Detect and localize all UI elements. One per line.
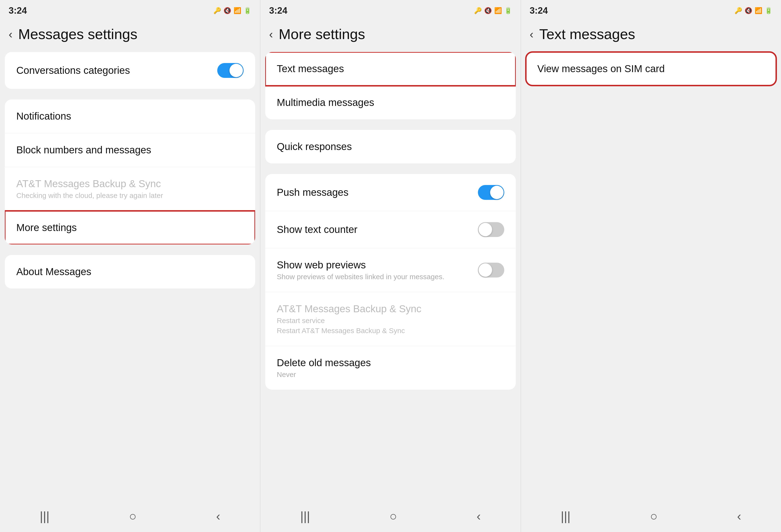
wifi-icon: 📶 bbox=[494, 7, 502, 14]
setting-sublabel: Never bbox=[277, 370, 504, 379]
content-area: Text messagesMultimedia messagesQuick re… bbox=[260, 47, 520, 502]
setting-row-text: Push messages bbox=[277, 187, 478, 198]
setting-row-text: Block numbers and messages bbox=[16, 144, 244, 156]
status-time: 3:24 bbox=[9, 5, 27, 16]
setting-row-about-messages[interactable]: About Messages bbox=[5, 255, 255, 289]
back-nav[interactable]: ‹ bbox=[477, 509, 481, 523]
setting-row-push-messages[interactable]: Push messages bbox=[265, 174, 516, 211]
status-bar: 3:24 🔑 🔇 📶 🔋 bbox=[0, 0, 260, 19]
nav-bar: |||○‹ bbox=[260, 502, 520, 532]
back-nav[interactable]: ‹ bbox=[737, 509, 741, 523]
setting-row-text: Show web previewsShow previews of websit… bbox=[277, 259, 478, 281]
setting-row-text: Show text counter bbox=[277, 224, 478, 235]
toggle-thumb bbox=[479, 263, 492, 277]
notification-icon: 🔑 bbox=[735, 7, 742, 14]
status-time: 3:24 bbox=[530, 5, 548, 16]
setting-label: Block numbers and messages bbox=[16, 144, 244, 156]
status-icons: 🔑 🔇 📶 🔋 bbox=[213, 7, 251, 14]
section-section-main: NotificationsBlock numbers and messagesA… bbox=[5, 99, 255, 245]
panel-messages-settings: 3:24 🔑 🔇 📶 🔋 ‹ Messages settings Convers… bbox=[0, 0, 260, 532]
setting-label: Push messages bbox=[277, 187, 478, 198]
wifi-icon: 📶 bbox=[755, 7, 762, 14]
setting-row-show-text-counter[interactable]: Show text counter bbox=[265, 211, 516, 248]
setting-label: AT&T Messages Backup & Sync bbox=[16, 178, 244, 189]
section-section-text: Text messagesMultimedia messages bbox=[265, 52, 516, 119]
setting-sublabel: Checking with the cloud, please try agai… bbox=[16, 191, 244, 200]
notification-icon: 🔑 bbox=[474, 7, 482, 14]
recents-nav[interactable]: ||| bbox=[561, 509, 571, 523]
status-bar: 3:24 🔑 🔇 📶 🔋 bbox=[260, 0, 520, 19]
setting-label: More settings bbox=[16, 222, 244, 233]
setting-label: Quick responses bbox=[277, 141, 504, 152]
toggle-show-text-counter[interactable] bbox=[478, 222, 504, 237]
setting-row-text: Quick responses bbox=[277, 141, 504, 152]
setting-row-text: AT&T Messages Backup & SyncChecking with… bbox=[16, 178, 244, 200]
setting-row-att-backup[interactable]: AT&T Messages Backup & SyncChecking with… bbox=[5, 167, 255, 211]
header: ‹ Messages settings bbox=[0, 19, 260, 47]
setting-row-more-settings[interactable]: More settings bbox=[5, 211, 255, 245]
status-time: 3:24 bbox=[269, 5, 287, 16]
content-area: Conversations categoriesNotificationsBlo… bbox=[0, 47, 260, 502]
content-area: View messages on SIM card bbox=[521, 47, 781, 502]
mute-icon: 🔇 bbox=[484, 7, 492, 14]
mute-icon: 🔇 bbox=[223, 7, 231, 14]
setting-row-show-web-previews[interactable]: Show web previewsShow previews of websit… bbox=[265, 248, 516, 292]
page-title: More settings bbox=[279, 26, 365, 42]
setting-label: View messages on SIM card bbox=[537, 63, 765, 75]
home-nav[interactable]: ○ bbox=[389, 509, 397, 523]
notification-icon: 🔑 bbox=[213, 7, 221, 14]
setting-row-multimedia-messages[interactable]: Multimedia messages bbox=[265, 86, 516, 119]
section-section-quick: Quick responses bbox=[265, 130, 516, 164]
toggle-push-messages[interactable] bbox=[478, 185, 504, 200]
setting-label: Delete old messages bbox=[277, 357, 504, 368]
setting-row-conversations-categories[interactable]: Conversations categories bbox=[5, 52, 255, 89]
section-section-options: Push messagesShow text counterShow web p… bbox=[265, 174, 516, 390]
setting-sublabel: Show previews of websites linked in your… bbox=[277, 273, 478, 281]
setting-row-view-sim-messages[interactable]: View messages on SIM card bbox=[526, 52, 776, 86]
back-button[interactable]: ‹ bbox=[9, 28, 12, 41]
toggle-show-web-previews[interactable] bbox=[478, 263, 504, 277]
panel-text-messages: 3:24 🔑 🔇 📶 🔋 ‹ Text messages View messag… bbox=[521, 0, 781, 532]
toggle-thumb bbox=[479, 223, 492, 236]
header: ‹ Text messages bbox=[521, 19, 781, 47]
setting-row-text: Text messages bbox=[277, 63, 504, 75]
setting-row-text: Conversations categories bbox=[16, 65, 217, 76]
recents-nav[interactable]: ||| bbox=[40, 509, 50, 523]
section-section-about: About Messages bbox=[5, 255, 255, 289]
toggle-conversations-categories[interactable] bbox=[217, 63, 244, 78]
setting-label: AT&T Messages Backup & Sync bbox=[277, 303, 504, 315]
setting-row-att-backup2[interactable]: AT&T Messages Backup & SyncRestart servi… bbox=[265, 292, 516, 346]
back-nav[interactable]: ‹ bbox=[216, 509, 220, 523]
setting-label: Notifications bbox=[16, 110, 244, 122]
battery-icon: 🔋 bbox=[244, 7, 251, 14]
setting-row-text-messages[interactable]: Text messages bbox=[265, 52, 516, 86]
toggle-thumb bbox=[230, 64, 243, 77]
setting-row-text: View messages on SIM card bbox=[537, 63, 765, 75]
setting-row-quick-responses[interactable]: Quick responses bbox=[265, 130, 516, 164]
back-button[interactable]: ‹ bbox=[269, 28, 273, 41]
home-nav[interactable]: ○ bbox=[650, 509, 658, 523]
setting-row-text: About Messages bbox=[16, 266, 244, 277]
recents-nav[interactable]: ||| bbox=[300, 509, 310, 523]
battery-icon: 🔋 bbox=[765, 7, 772, 14]
page-title: Messages settings bbox=[18, 26, 137, 42]
setting-row-delete-old-messages[interactable]: Delete old messagesNever bbox=[265, 346, 516, 390]
setting-label: About Messages bbox=[16, 266, 244, 277]
wifi-icon: 📶 bbox=[234, 7, 241, 14]
panel-more-settings: 3:24 🔑 🔇 📶 🔋 ‹ More settings Text messag… bbox=[260, 0, 521, 532]
status-bar: 3:24 🔑 🔇 📶 🔋 bbox=[521, 0, 781, 19]
home-nav[interactable]: ○ bbox=[129, 509, 136, 523]
setting-label: Show text counter bbox=[277, 224, 478, 235]
toggle-thumb bbox=[490, 186, 503, 199]
setting-sublabel: Restart AT&T Messages Backup & Sync bbox=[277, 327, 504, 335]
setting-label: Multimedia messages bbox=[277, 97, 504, 108]
section-section-sim: View messages on SIM card bbox=[526, 52, 776, 86]
setting-label: Conversations categories bbox=[16, 65, 217, 76]
setting-label: Text messages bbox=[277, 63, 504, 75]
setting-row-notifications[interactable]: Notifications bbox=[5, 99, 255, 133]
setting-row-block-numbers[interactable]: Block numbers and messages bbox=[5, 133, 255, 167]
nav-bar: |||○‹ bbox=[521, 502, 781, 532]
setting-row-text: Delete old messagesNever bbox=[277, 357, 504, 379]
setting-label: Show web previews bbox=[277, 259, 478, 271]
back-button[interactable]: ‹ bbox=[530, 28, 534, 41]
